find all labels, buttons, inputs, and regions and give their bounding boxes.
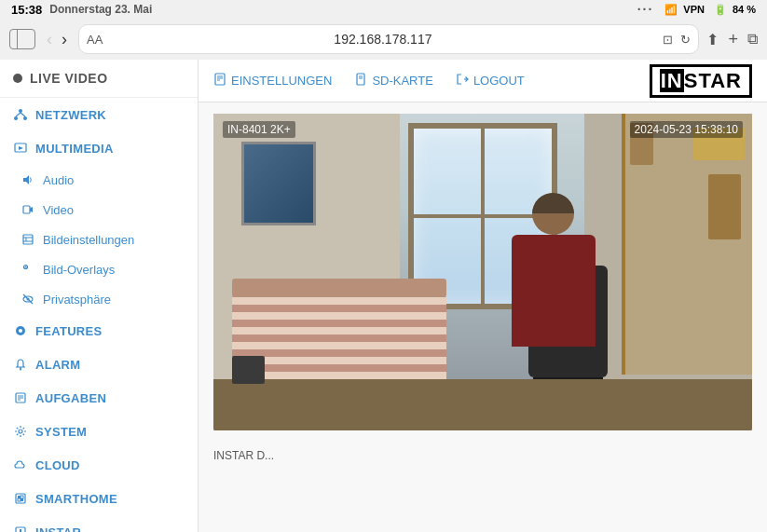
logout-link[interactable]: LOGOUT — [456, 73, 525, 89]
sidebar-item-audio[interactable]: Audio — [0, 165, 198, 195]
svg-point-0 — [19, 109, 22, 113]
sofa-back — [232, 279, 446, 297]
svg-marker-6 — [19, 146, 23, 150]
tabs-button[interactable]: ⧉ — [747, 31, 758, 48]
back-button[interactable]: ‹ — [43, 30, 56, 49]
smarthome-label: SMARTHOME — [35, 492, 117, 506]
bildeinstellungen-label: Bildeinstellungen — [43, 233, 134, 247]
refresh-icon[interactable]: ↻ — [680, 33, 691, 47]
person-head — [532, 193, 574, 235]
nav-buttons: ‹ › — [43, 30, 71, 49]
system-label: SYSTEM — [35, 425, 87, 439]
instar-sidebar-icon — [13, 525, 28, 532]
sd-karte-label: SD-KARTE — [372, 74, 433, 88]
settings-icon — [213, 73, 226, 89]
instar-logo: INSTAR — [650, 64, 752, 98]
sidebar-item-alarm[interactable]: ALARM — [0, 348, 198, 381]
aufgaben-label: AUFGABEN — [35, 391, 106, 405]
svg-point-2 — [23, 116, 27, 120]
camera-scene — [213, 114, 752, 430]
live-video-label: LIVE VIDEO — [30, 71, 108, 86]
features-label: FEATURES — [35, 324, 103, 338]
logout-icon — [456, 73, 469, 89]
person-hair — [532, 193, 574, 213]
sidebar-inner — [10, 30, 18, 48]
multimedia-icon — [13, 141, 28, 156]
bottom-area: INSTAR D... — [199, 442, 767, 470]
address-icons: ⊡ ↻ — [663, 33, 691, 47]
browser-chrome: ‹ › AA 192.168.178.117 ⊡ ↻ ⬆ + ⧉ — [0, 19, 767, 60]
status-right: ··· 📶 VPN 🔋 84 % — [637, 2, 756, 17]
system-icon — [13, 424, 28, 439]
alarm-label: ALARM — [35, 358, 80, 372]
bottom-text: INSTAR D... — [213, 449, 274, 462]
reader-icon[interactable]: ⊡ — [663, 33, 673, 47]
sd-karte-link[interactable]: SD-KARTE — [354, 73, 433, 89]
battery-icon: 🔋 — [714, 4, 727, 16]
bild-overlays-label: Bild-Overlays — [43, 263, 115, 277]
svg-line-4 — [21, 113, 25, 116]
instar-label: INSTAR — [35, 525, 81, 533]
svg-point-21 — [19, 329, 22, 333]
browser-actions: ⬆ + ⧉ — [706, 30, 758, 49]
content-area: EINSTELLUNGEN SD-KARTE LOGOUT INSTAR IN- — [199, 60, 767, 532]
main-layout: LIVE VIDEO NETZWERK MULTIMEDIA Audio — [0, 60, 767, 532]
smarthome-icon — [13, 491, 28, 506]
svg-rect-36 — [215, 74, 225, 85]
einstellungen-link[interactable]: EINSTELLUNGEN — [213, 73, 332, 89]
person-body — [512, 235, 596, 347]
camera-datetime-overlay: 2024-05-23 15:38:10 — [630, 121, 743, 138]
cloud-label: CLOUD — [35, 458, 80, 472]
aa-label[interactable]: AA — [87, 33, 103, 47]
day-display: Donnerstag 23. Mai — [49, 3, 152, 16]
sidebar-item-instar[interactable]: INSTAR — [0, 515, 198, 532]
audio-label: Audio — [43, 173, 74, 187]
floor-item — [232, 356, 265, 384]
sidebar-item-smarthome[interactable]: SMARTHOME — [0, 482, 198, 515]
live-video-container: IN-8401 2K+ 2024-05-23 15:38:10 — [213, 114, 752, 430]
add-tab-button[interactable]: + — [728, 30, 738, 49]
sd-karte-icon — [354, 73, 367, 89]
sidebar-item-aufgaben[interactable]: AUFGABEN — [0, 381, 198, 415]
netzwerk-label: NETZWERK — [35, 108, 106, 122]
sidebar-item-multimedia[interactable]: MULTIMEDIA — [0, 131, 198, 165]
sidebar-item-bild-overlays[interactable]: Bild-Overlays — [0, 254, 198, 284]
svg-rect-32 — [18, 498, 21, 501]
svg-rect-10 — [23, 235, 33, 244]
einstellungen-label: EINSTELLUNGEN — [231, 74, 332, 88]
address-bar[interactable]: AA 192.168.178.117 ⊡ ↻ — [78, 24, 699, 54]
svg-point-1 — [14, 116, 18, 120]
share-button[interactable]: ⬆ — [706, 31, 719, 48]
live-video-header: LIVE VIDEO — [0, 60, 198, 98]
cloud-icon — [13, 457, 28, 472]
address-text: 192.168.178.117 — [334, 32, 431, 47]
dots-menu: ··· — [637, 2, 654, 17]
svg-point-15 — [25, 266, 27, 268]
logout-label: LOGOUT — [473, 74, 525, 88]
logo-star: STAR — [684, 69, 742, 92]
features-icon — [13, 323, 28, 338]
sidebar-item-privatsphare[interactable]: Privatsphäre — [0, 284, 198, 314]
content-header: EINSTELLUNGEN SD-KARTE LOGOUT INSTAR — [199, 60, 767, 102]
sidebar-item-video[interactable]: Video — [0, 195, 198, 225]
sidebar-item-bildeinstellungen[interactable]: Bildeinstellungen — [0, 225, 198, 254]
svg-rect-33 — [21, 498, 23, 501]
svg-point-28 — [19, 430, 22, 433]
audio-icon — [21, 172, 35, 187]
wifi-icon: 📶 — [664, 4, 678, 16]
status-left: 15:38 Donnerstag 23. Mai — [11, 3, 152, 17]
forward-button[interactable]: › — [58, 30, 71, 49]
overlays-icon — [21, 262, 35, 277]
sidebar-toggle-button[interactable] — [9, 29, 35, 49]
video-icon — [21, 202, 35, 217]
sidebar-item-cloud[interactable]: CLOUD — [0, 448, 198, 482]
network-icon — [13, 107, 28, 122]
svg-rect-40 — [357, 74, 364, 85]
sidebar-item-netzwerk[interactable]: NETZWERK — [0, 98, 198, 131]
sidebar: LIVE VIDEO NETZWERK MULTIMEDIA Audio — [0, 60, 199, 532]
sidebar-item-system[interactable]: SYSTEM — [0, 415, 198, 448]
svg-rect-8 — [23, 206, 30, 213]
sidebar-item-features[interactable]: FEATURES — [0, 314, 198, 348]
camera-model-overlay: IN-8401 2K+ — [223, 121, 295, 138]
privatsphare-label: Privatsphäre — [43, 293, 111, 307]
